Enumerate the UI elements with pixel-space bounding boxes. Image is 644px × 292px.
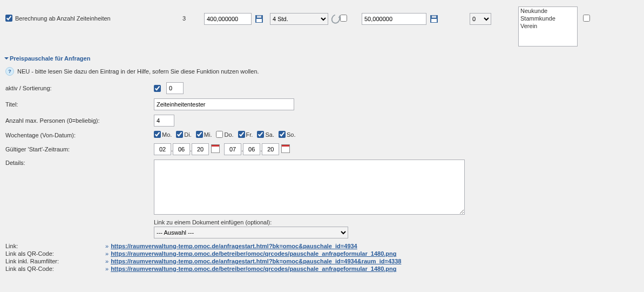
max-pers-label: Anzahl max. Personen (0=beliebig):	[5, 117, 154, 124]
link-arrow-icon: »	[105, 258, 109, 264]
link-url[interactable]: https://raumverwaltung-temp.omoc.de/betr…	[111, 250, 396, 257]
weekday-checkbox[interactable]	[279, 131, 286, 138]
details-textarea[interactable]	[154, 160, 465, 215]
weekday-label: Fr.	[246, 131, 253, 138]
calc-row-label: Berechnung ab Anzahl Zeiteinheiten	[15, 6, 182, 22]
date-from-d[interactable]	[154, 143, 171, 155]
calc-row-qty: 3	[182, 6, 204, 22]
price2-input[interactable]	[362, 13, 426, 25]
link-arrow-icon: »	[105, 243, 109, 249]
link-url[interactable]: https://raumverwaltung-temp.omoc.de/betr…	[111, 266, 396, 272]
link-row: Link inkl. Raumfilter:»https://raumverwa…	[5, 258, 639, 264]
date-to-y[interactable]	[262, 143, 279, 155]
gueltig-label: Gültiger 'Start'-Zeitraum:	[5, 146, 154, 152]
link-row: Link:»https://raumverwaltung-temp.omoc.d…	[5, 243, 639, 249]
multi-opt[interactable]: Stammkunde	[519, 15, 577, 22]
weekday-label: So.	[287, 131, 296, 138]
date-to-m[interactable]	[243, 143, 260, 155]
aktiv-checkbox[interactable]	[154, 85, 161, 92]
chevron-down-icon	[4, 57, 9, 59]
max-pers-input[interactable]	[154, 115, 174, 127]
weekday-label: Sa.	[265, 131, 274, 138]
date-from-y[interactable]	[192, 143, 209, 155]
weekday-item: Fr.	[238, 131, 253, 138]
help-icon[interactable]: ?	[5, 67, 14, 76]
num-select[interactable]: 0	[470, 13, 491, 25]
weekday-item: Sa.	[257, 131, 274, 138]
weekday-checkbox[interactable]	[238, 131, 245, 138]
calendar-icon[interactable]	[281, 144, 290, 154]
sort-input[interactable]	[166, 82, 184, 94]
details-label: Details:	[5, 160, 154, 166]
calc-row: Berechnung ab Anzahl Zeiteinheiten 3 4 S…	[5, 4, 639, 52]
save-icon[interactable]	[255, 15, 263, 23]
doc-link-select[interactable]: --- Auswahl ---	[154, 227, 348, 238]
link-label: Link:	[5, 243, 105, 249]
weekday-item: Do.	[216, 131, 233, 138]
link-arrow-icon: »	[105, 250, 109, 257]
link-label: Link als QR-Code:	[5, 250, 105, 257]
tip-text: NEU - bitte lesen Sie dazu den Eintrag i…	[17, 68, 259, 75]
weekday-item: Mo.	[154, 131, 172, 138]
weekday-item: So.	[279, 131, 296, 138]
row1-cb-end[interactable]	[583, 15, 590, 22]
multi-opt[interactable]: Verein	[519, 22, 577, 30]
customer-type-multiselect[interactable]: Neukunde Stammkunde Verein	[518, 6, 578, 47]
date-from-m[interactable]	[173, 143, 190, 155]
reload-icon[interactable]	[331, 15, 340, 23]
weekdays: Mo.Di.Mi.Do.Fr.Sa.So.	[154, 131, 300, 139]
aktiv-label: aktiv / Sortierung:	[5, 85, 154, 91]
calendar-icon[interactable]	[211, 144, 220, 154]
section-header[interactable]: Preispauschale für Anfragen	[5, 55, 639, 62]
doc-link-label: Link zu einem Dokument einfügen (optiona…	[154, 219, 272, 225]
link-row: Link als QR-Code:»https://raumverwaltung…	[5, 266, 639, 272]
weekday-item: Di.	[176, 131, 191, 138]
weekday-label: Do.	[224, 131, 233, 138]
link-row: Link als QR-Code:»https://raumverwaltung…	[5, 250, 639, 257]
link-arrow-icon: »	[105, 266, 109, 272]
tip-row: ? NEU - bitte lesen Sie dazu den Eintrag…	[5, 67, 639, 76]
weekday-checkbox[interactable]	[216, 131, 223, 138]
multi-opt[interactable]: Neukunde	[519, 7, 577, 15]
price1-input[interactable]	[204, 13, 252, 25]
weekday-item: Mi.	[196, 131, 212, 138]
weekday-checkbox[interactable]	[257, 131, 264, 138]
titel-input[interactable]	[154, 98, 294, 110]
weekday-label: Mi.	[204, 131, 212, 138]
link-label: Link als QR-Code:	[5, 266, 105, 272]
wochentage-label: Wochentage (Von-Datum):	[5, 132, 154, 138]
weekday-checkbox[interactable]	[176, 131, 183, 138]
link-label: Link inkl. Raumfilter:	[5, 258, 105, 264]
weekday-checkbox[interactable]	[154, 131, 161, 138]
link-url[interactable]: https://raumverwaltung-temp.omoc.de/anfr…	[111, 243, 357, 249]
save-icon-2[interactable]	[430, 15, 438, 23]
titel-label: Titel:	[5, 101, 154, 108]
weekday-label: Di.	[184, 131, 191, 138]
weekday-checkbox[interactable]	[196, 131, 203, 138]
link-url[interactable]: https://raumverwaltung-temp.omoc.de/anfr…	[111, 258, 401, 264]
duration-select[interactable]: 4 Std.	[270, 13, 328, 25]
weekday-label: Mo.	[162, 131, 172, 138]
calc-row-checkbox[interactable]	[5, 15, 12, 22]
date-to-d[interactable]	[224, 143, 241, 155]
section-title: Preispauschale für Anfragen	[10, 55, 90, 62]
